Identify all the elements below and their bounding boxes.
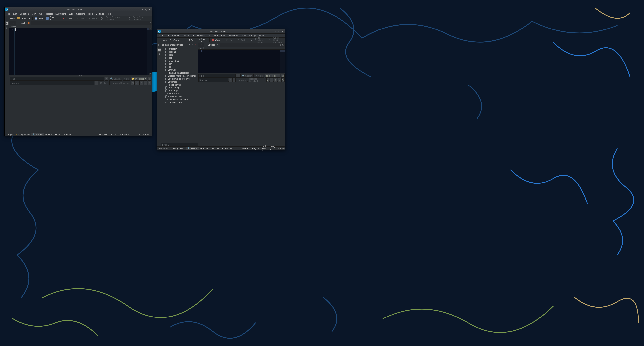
next-button[interactable]: ▼Next [254, 74, 264, 78]
project-name[interactable]: kate-Debug@kate [165, 44, 188, 46]
redo-button[interactable]: ↷Redo [236, 38, 247, 42]
bottom-tab-diagnostics[interactable]: ⚠Diagnostics [15, 133, 31, 136]
new-button[interactable]: New [158, 38, 168, 42]
symbol-icon[interactable]: ⋔ [5, 30, 9, 34]
menu-projects[interactable]: Projects [196, 34, 206, 37]
menu-tools[interactable]: Tools [87, 12, 94, 15]
editor[interactable]: 1 ▲ ▼ [9, 28, 152, 75]
tree-file[interactable]: .kateproject [162, 89, 198, 92]
menu-sessions[interactable]: Sessions [228, 34, 239, 37]
splitter[interactable] [9, 75, 152, 76]
menu-edit[interactable]: Edit [12, 12, 18, 15]
nav-forward-icon[interactable]: › [201, 44, 203, 46]
new-button[interactable]: New [6, 16, 16, 20]
status-encoding[interactable]: UTF-8 [268, 146, 276, 151]
menu-lsp[interactable]: LSP Client [54, 12, 67, 15]
menu-view[interactable]: View [30, 12, 38, 15]
tree-folder[interactable]: ›pch [162, 62, 198, 65]
status-position[interactable]: 1:1 [234, 147, 240, 150]
undo-button[interactable]: ↶Undo [224, 38, 235, 42]
replace-button[interactable]: Replace [99, 81, 110, 85]
tree-folder[interactable]: ›addons [162, 50, 198, 53]
menu-go[interactable]: Go [190, 34, 196, 37]
bottom-tab-output[interactable]: Output [6, 133, 14, 136]
redo-button[interactable]: ↷Redo [87, 16, 98, 20]
menu-tools[interactable]: Tools [239, 34, 247, 37]
prev-location-button[interactable]: Go to Previous Location [104, 15, 127, 21]
expand-icon[interactable]: ⤢ [139, 81, 143, 85]
next-button[interactable]: Next [122, 77, 130, 81]
tree-folder[interactable]: ›doc [162, 56, 198, 59]
tree-folder[interactable]: ›3rdparty [162, 47, 198, 50]
scroll-up-icon[interactable]: ▲ [149, 28, 152, 30]
status-indent[interactable]: Soft Tabs: 4 [260, 145, 268, 152]
tab-next-icon[interactable]: › [12, 22, 15, 24]
status-indent[interactable]: Soft Tabs: 4 [118, 133, 132, 136]
menu-file[interactable]: File [6, 12, 12, 15]
status-language[interactable]: Normal [142, 133, 151, 136]
replace-input[interactable] [10, 81, 94, 85]
reload-icon[interactable]: ⟳ [191, 43, 194, 46]
maximize-button[interactable]: ▢ [278, 30, 281, 33]
tree-file[interactable]: CMakeLists.txt [162, 95, 198, 98]
regex-icon[interactable]: .* [135, 81, 139, 85]
whole-word-icon[interactable]: [] [270, 78, 273, 82]
minimize-button[interactable]: ─ [274, 30, 277, 33]
maximize-button[interactable]: ▢ [144, 8, 148, 11]
search-button[interactable]: 🔍Search [240, 74, 254, 78]
save-button[interactable]: Save [34, 16, 44, 20]
collapse-icon[interactable]: ⤡ [144, 81, 147, 85]
git-icon[interactable]: ◈ [5, 26, 9, 30]
case-icon[interactable]: Aa [131, 81, 134, 85]
bottom-tab-search[interactable]: 🔍Search [31, 133, 44, 136]
bottom-tab-build[interactable]: Build [54, 133, 61, 136]
refresh-icon[interactable]: ↻ [282, 78, 285, 82]
bottom-tab-project[interactable]: Project [44, 133, 53, 136]
tree-file[interactable]: M↓README.md [162, 101, 198, 104]
menu-help[interactable]: Help [105, 12, 112, 15]
replace-dropdown-icon[interactable]: ▾ [232, 78, 236, 82]
menu-lsp[interactable]: LSP Client [206, 34, 220, 37]
split-horizontal-icon[interactable]: ◫ [280, 43, 282, 46]
save-button[interactable]: Save [186, 38, 197, 42]
bottom-tab-project[interactable]: ▣Project [199, 147, 210, 150]
replace-checked-button[interactable]: Replace Checked [248, 78, 266, 82]
documents-icon[interactable] [5, 21, 9, 25]
next-location-button[interactable]: Go to Next Location [132, 15, 151, 21]
menu-selection[interactable]: Selection [18, 12, 30, 15]
find-dropdown-icon[interactable]: ▾ [236, 74, 240, 78]
bottom-tab-build[interactable]: ⚙Build [211, 147, 220, 150]
new-tab-icon[interactable]: ⊞ [281, 74, 285, 78]
open-button[interactable]: Open...▾ [169, 38, 184, 42]
status-locale[interactable]: en_US [109, 133, 118, 136]
minimap-viewport[interactable] [280, 50, 285, 52]
tree-folder[interactable]: ›apps [162, 53, 198, 56]
menu-go[interactable]: Go [38, 12, 44, 15]
close-doc-button[interactable]: ✕Close [61, 16, 73, 20]
expand-up-icon[interactable]: △ [278, 78, 281, 82]
menu-selection[interactable]: Selection [171, 34, 183, 37]
minimap[interactable] [280, 50, 285, 73]
status-position[interactable]: 1:1 [92, 133, 98, 136]
minimize-button[interactable]: ─ [141, 8, 144, 11]
editor-body[interactable] [204, 50, 280, 73]
bottom-tab-diagnostics[interactable]: ☰Diagnostics [170, 147, 186, 150]
status-mode[interactable]: INSERT [98, 133, 108, 136]
editor[interactable]: 1 [198, 50, 285, 73]
menu-edit[interactable]: Edit [164, 34, 171, 37]
saveas-button[interactable]: Save As... [45, 15, 59, 21]
options-icon[interactable]: ⚙ [148, 81, 151, 85]
bottom-tab-terminal[interactable]: Terminal [61, 133, 72, 136]
replace-button[interactable]: Replace [236, 78, 247, 82]
open-button[interactable]: Open...▾ [16, 16, 31, 20]
bottom-tab-output[interactable]: ▤Output [158, 147, 169, 150]
saveas-button[interactable]: Save As... [198, 37, 208, 43]
tab-untitled[interactable]: Untitled ✕ [204, 43, 220, 47]
tree-file[interactable]: .flatpak-manifest.json.license [162, 74, 198, 77]
titlebar[interactable]: Untitled — Kate ─ ▢ ✕ [157, 29, 285, 34]
close-button[interactable]: ✕ [281, 30, 284, 33]
menu-sessions[interactable]: Sessions [75, 12, 87, 15]
replace-options-icon[interactable]: ⇄ [228, 78, 232, 82]
folder-button[interactable]: 📁In Folder▾ [130, 77, 147, 81]
menu-projects[interactable]: Projects [43, 12, 54, 15]
